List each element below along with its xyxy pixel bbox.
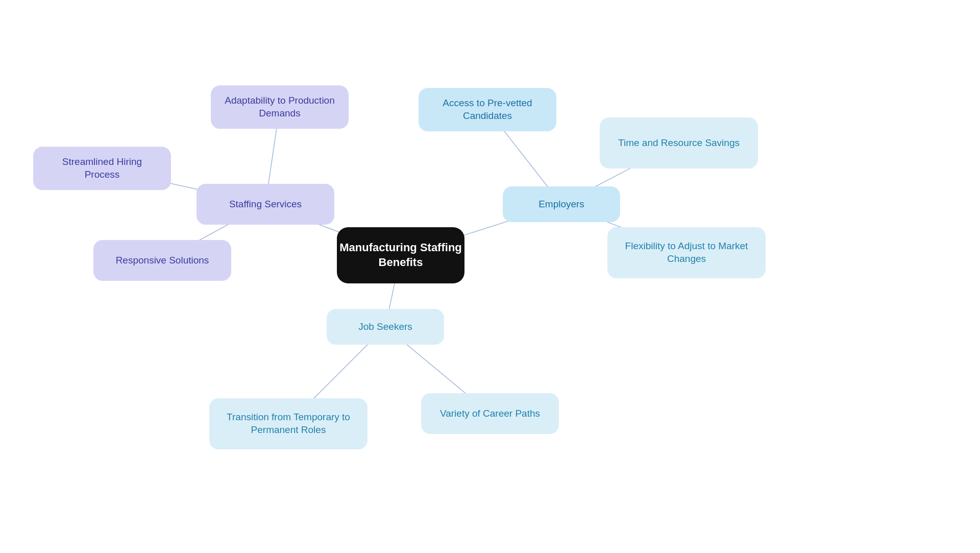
flexibility-node: Flexibility to Adjust to MarketChanges <box>607 227 766 278</box>
staffing-services-node: Staffing Services <box>197 184 334 225</box>
job-seekers-node: Job Seekers <box>327 309 444 345</box>
transition-label: Transition from Temporary toPermanent Ro… <box>227 411 350 436</box>
time-savings-node: Time and Resource Savings <box>600 117 758 169</box>
streamlined-node: Streamlined Hiring Process <box>33 147 171 190</box>
employers-label: Employers <box>538 198 584 211</box>
adaptability-label: Adaptability to ProductionDemands <box>225 94 334 119</box>
center-node: Manufacturing Staffing Benefits <box>337 227 464 283</box>
streamlined-label: Streamlined Hiring Process <box>45 156 159 181</box>
variety-node: Variety of Career Paths <box>421 393 559 434</box>
adaptability-node: Adaptability to ProductionDemands <box>211 85 349 129</box>
responsive-node: Responsive Solutions <box>93 240 231 281</box>
access-label: Access to Pre-vettedCandidates <box>443 97 532 122</box>
staffing-services-label: Staffing Services <box>229 198 302 211</box>
transition-node: Transition from Temporary toPermanent Ro… <box>209 398 368 449</box>
flexibility-label: Flexibility to Adjust to MarketChanges <box>625 240 748 265</box>
variety-label: Variety of Career Paths <box>440 407 540 420</box>
time-savings-label: Time and Resource Savings <box>618 137 740 150</box>
access-node: Access to Pre-vettedCandidates <box>419 88 556 131</box>
employers-node: Employers <box>503 186 620 222</box>
center-label: Manufacturing Staffing Benefits <box>337 241 464 270</box>
responsive-label: Responsive Solutions <box>116 254 209 267</box>
job-seekers-label: Job Seekers <box>358 321 412 333</box>
